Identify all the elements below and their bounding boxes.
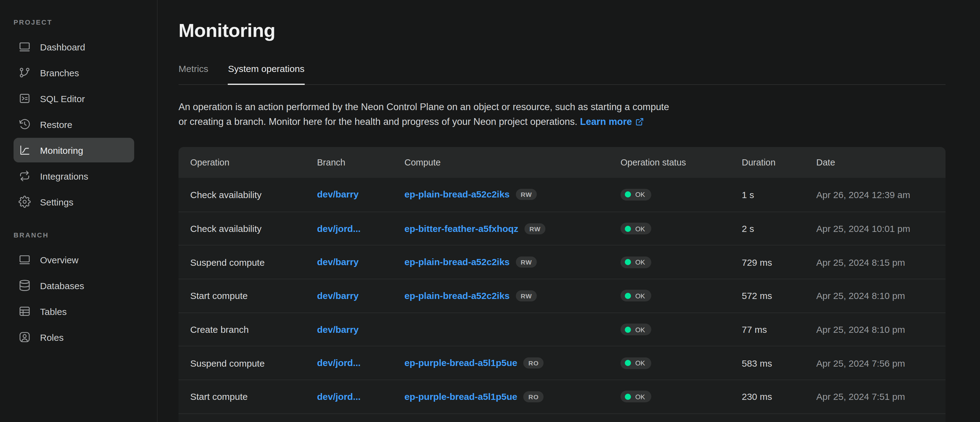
learn-more-link[interactable]: Learn more <box>580 116 644 127</box>
status-ok-dot <box>625 360 631 366</box>
table-row: Start compute dev/jord... ep-purple-brea… <box>178 379 945 413</box>
compute-link[interactable]: ep-purple-bread-a5l1p5ue <box>404 391 517 402</box>
integrations-icon <box>19 170 31 182</box>
compute-type-badge: RW <box>516 257 537 268</box>
status-cell: OK <box>620 189 742 200</box>
status-cell: OK <box>620 290 742 302</box>
compute-cell: ep-bitter-feather-a5fxhoqzRW <box>404 223 620 234</box>
date-cell: Apr 25, 2024 10:01 pm <box>816 223 945 234</box>
description-line-1: An operation is an action performed by t… <box>178 100 945 114</box>
compute-type-badge: RO <box>523 358 544 369</box>
status-cell: OK <box>620 223 742 234</box>
operation-cell: Check availability <box>190 223 317 234</box>
sidebar-item-monitoring[interactable]: Monitoring <box>14 138 134 162</box>
sidebar-item-label: Integrations <box>40 171 88 181</box>
sidebar-item-sql-editor[interactable]: SQL Editor <box>14 86 134 111</box>
duration-cell: 77 ms <box>742 324 816 335</box>
status-ok-dot <box>625 225 631 232</box>
sidebar-item-label: Overview <box>40 254 78 265</box>
app-viewport: PROJECTDashboardBranchesSQL EditorRestor… <box>0 0 980 422</box>
status-ok-dot <box>625 326 631 333</box>
date-cell: Apr 25, 2024 7:56 pm <box>816 358 945 368</box>
sidebar-item-settings[interactable]: Settings <box>14 189 134 214</box>
compute-type-badge: RW <box>525 223 546 234</box>
databases-icon <box>19 279 31 292</box>
branch-link[interactable]: dev/jord... <box>317 358 361 368</box>
sql-editor-icon <box>19 92 31 105</box>
tables-icon <box>19 305 31 317</box>
status-label: OK <box>635 191 645 198</box>
sidebar-item-branches[interactable]: Branches <box>14 60 134 85</box>
tab-metrics[interactable]: Metrics <box>178 63 208 84</box>
status-badge: OK <box>620 256 651 268</box>
table-body: Check availability dev/barry ep-plain-br… <box>178 178 945 413</box>
monitoring-icon <box>19 144 31 156</box>
table-row: Start compute dev/barry ep-plain-bread-a… <box>178 279 945 312</box>
sidebar-item-label: Monitoring <box>40 145 83 155</box>
sidebar-item-overview[interactable]: Overview <box>14 247 134 272</box>
column-header-operation-status: Operation status <box>620 157 742 167</box>
status-label: OK <box>635 292 645 300</box>
branch-link[interactable]: dev/jord... <box>317 391 361 402</box>
sidebar-item-label: Databases <box>40 280 84 291</box>
operation-cell: Create branch <box>190 324 317 335</box>
date-cell: Apr 26, 2024 12:39 am <box>816 189 945 200</box>
branch-cell: dev/barry <box>317 189 404 200</box>
sidebar-item-roles[interactable]: Roles <box>14 325 134 349</box>
status-label: OK <box>635 393 645 400</box>
branch-link[interactable]: dev/barry <box>317 324 359 334</box>
status-cell: OK <box>620 256 742 268</box>
compute-cell: ep-plain-bread-a52c2iksRW <box>404 290 620 301</box>
status-label: OK <box>635 225 645 232</box>
status-cell: OK <box>620 391 742 403</box>
compute-link[interactable]: ep-plain-bread-a52c2iks <box>404 290 510 301</box>
compute-type-badge: RW <box>516 189 537 200</box>
external-link-icon <box>635 115 644 130</box>
sidebar-section-label: PROJECT <box>14 19 157 26</box>
column-header-branch: Branch <box>317 157 404 167</box>
branch-link[interactable]: dev/barry <box>317 189 359 200</box>
sidebar-item-databases[interactable]: Databases <box>14 273 134 298</box>
duration-cell: 230 ms <box>742 392 816 402</box>
status-label: OK <box>635 326 645 333</box>
duration-cell: 583 ms <box>742 358 816 368</box>
sidebar-item-label: Restore <box>40 119 72 130</box>
page-title: Monitoring <box>178 19 945 43</box>
column-header-duration: Duration <box>742 157 816 167</box>
table-row: Check availability dev/barry ep-plain-br… <box>178 178 945 211</box>
sidebar-item-tables[interactable]: Tables <box>14 299 134 324</box>
sidebar-item-label: Tables <box>40 306 67 316</box>
status-label: OK <box>635 360 645 367</box>
column-header-date: Date <box>816 157 945 167</box>
date-cell: Apr 25, 2024 8:10 pm <box>816 291 945 301</box>
sidebar-item-dashboard[interactable]: Dashboard <box>14 35 134 59</box>
table-row: Check availability dev/jord... ep-bitter… <box>178 211 945 245</box>
sidebar-item-label: Dashboard <box>40 41 85 52</box>
date-cell: Apr 25, 2024 8:15 pm <box>816 257 945 267</box>
branch-cell: dev/jord... <box>317 391 404 402</box>
sidebar-item-restore[interactable]: Restore <box>14 112 134 136</box>
tab-system-operations[interactable]: System operations <box>228 63 304 84</box>
date-cell: Apr 25, 2024 8:10 pm <box>816 324 945 335</box>
roles-icon <box>19 331 31 343</box>
branch-cell: dev/jord... <box>317 223 404 234</box>
branch-cell: dev/barry <box>317 290 404 301</box>
duration-cell: 2 s <box>742 223 816 234</box>
sidebar-item-integrations[interactable]: Integrations <box>14 163 134 188</box>
compute-link[interactable]: ep-purple-bread-a5l1p5ue <box>404 358 517 368</box>
compute-link[interactable]: ep-plain-bread-a52c2iks <box>404 257 510 267</box>
status-badge: OK <box>620 357 651 369</box>
branch-cell: dev/barry <box>317 257 404 268</box>
compute-link[interactable]: ep-bitter-feather-a5fxhoqz <box>404 223 518 233</box>
status-cell: OK <box>620 357 742 369</box>
sidebar-item-label: Branches <box>40 67 79 78</box>
compute-cell: ep-plain-bread-a52c2iksRW <box>404 189 620 200</box>
status-badge: OK <box>620 391 651 403</box>
status-cell: OK <box>620 324 742 335</box>
branch-link[interactable]: dev/barry <box>317 257 359 267</box>
compute-cell: ep-purple-bread-a5l1p5ueRO <box>404 358 620 369</box>
branch-link[interactable]: dev/jord... <box>317 223 361 233</box>
compute-link[interactable]: ep-plain-bread-a52c2iks <box>404 189 510 200</box>
branch-link[interactable]: dev/barry <box>317 290 359 301</box>
table-row: Suspend compute dev/jord... ep-purple-br… <box>178 346 945 379</box>
